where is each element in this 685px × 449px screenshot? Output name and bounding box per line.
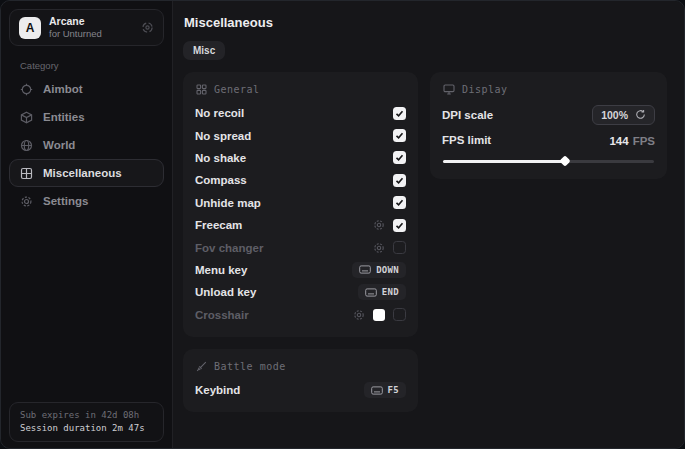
setting-row-no-spread[interactable]: No spread xyxy=(195,124,406,146)
keybind-button[interactable]: F5 xyxy=(364,382,406,398)
content: General No recoil No spread xyxy=(183,72,670,412)
setting-label: Unload key xyxy=(195,286,256,298)
dpi-value-badge[interactable]: 100% xyxy=(592,105,655,125)
fps-slider[interactable] xyxy=(443,156,654,166)
right-column: Display DPI scale 100% xyxy=(430,72,667,179)
setting-row-menu-key[interactable]: Menu key DOWN xyxy=(195,259,406,281)
checkbox[interactable] xyxy=(393,107,406,120)
checkbox[interactable] xyxy=(393,129,406,142)
display-card: Display DPI scale 100% xyxy=(430,72,667,179)
globe-icon xyxy=(20,139,33,152)
slider-fill xyxy=(443,160,565,163)
setting-row-freecam[interactable]: Freecam xyxy=(195,214,406,236)
sidebar-item-settings[interactable]: Settings xyxy=(9,187,164,215)
keyboard-icon xyxy=(365,288,377,297)
battle-mode-card: Battle mode Keybind F5 xyxy=(183,349,418,412)
subscription-info: Sub expires in 42d 08h Session duration … xyxy=(9,402,164,442)
sidebar-item-entities[interactable]: Entities xyxy=(9,103,164,131)
gear-icon[interactable] xyxy=(373,219,385,231)
page-title: Miscellaneous xyxy=(184,15,670,30)
keybind-value: DOWN xyxy=(376,265,399,275)
keybind-button[interactable]: DOWN xyxy=(352,262,406,278)
setting-label: Menu key xyxy=(195,264,247,276)
setting-label: No spread xyxy=(195,130,251,142)
setting-row-fov-changer[interactable]: Fov changer xyxy=(195,236,406,258)
display-card-header: Display xyxy=(443,84,655,95)
setting-row-battle-keybind[interactable]: Keybind F5 xyxy=(195,379,406,401)
crosshair-icon xyxy=(20,83,33,96)
sidebar-item-label: Settings xyxy=(43,195,88,207)
setting-label: Keybind xyxy=(195,384,240,396)
app-title: Arcane xyxy=(49,16,102,27)
sidebar-item-miscellaneous[interactable]: Miscellaneous xyxy=(9,159,164,187)
setting-label: Unhide map xyxy=(195,197,261,209)
general-card-title: General xyxy=(214,84,260,95)
color-swatch[interactable] xyxy=(373,309,385,321)
reset-icon[interactable] xyxy=(635,109,646,120)
sub-expires-text: Sub expires in 42d 08h xyxy=(20,408,153,422)
setting-row-compass[interactable]: Compass xyxy=(195,169,406,191)
keybind-button[interactable]: END xyxy=(358,284,406,300)
setting-row-unhide-map[interactable]: Unhide map xyxy=(195,192,406,214)
setting-label: Crosshair xyxy=(195,309,249,321)
setting-label: Compass xyxy=(195,174,247,186)
setting-row-crosshair[interactable]: Crosshair xyxy=(195,304,406,326)
setting-label: DPI scale xyxy=(442,109,493,121)
setting-row-dpi-scale: DPI scale 100% xyxy=(442,102,655,127)
setting-label: FPS limit xyxy=(442,134,491,146)
app-window: A Arcane for Unturned Category A xyxy=(0,0,685,449)
app-logo: A xyxy=(19,17,41,39)
sidebar-item-label: Aimbot xyxy=(43,83,83,95)
fps-value: 144 xyxy=(609,135,628,147)
gear-icon[interactable] xyxy=(373,242,385,254)
setting-row-unload-key[interactable]: Unload key END xyxy=(195,281,406,303)
sidebar-item-label: Miscellaneous xyxy=(43,167,122,179)
monitor-icon xyxy=(443,84,455,95)
checkbox[interactable] xyxy=(393,308,406,321)
dpi-value: 100% xyxy=(601,109,628,121)
battle-mode-card-header: Battle mode xyxy=(196,361,406,372)
logo-text: Arcane for Unturned xyxy=(49,16,102,39)
gear-icon xyxy=(20,195,33,208)
sync-icon[interactable] xyxy=(141,21,154,34)
left-column: General No recoil No spread xyxy=(183,72,418,412)
setting-label: Freecam xyxy=(195,219,242,231)
logo-card: A Arcane for Unturned xyxy=(9,9,164,46)
sword-icon xyxy=(196,361,207,372)
sidebar-item-label: World xyxy=(43,139,75,151)
sidebar-item-label: Entities xyxy=(43,111,85,123)
fps-unit: FPS xyxy=(633,135,655,147)
checkbox[interactable] xyxy=(393,219,406,232)
setting-label: No recoil xyxy=(195,107,244,119)
setting-label: No shake xyxy=(195,152,246,164)
general-grid-icon xyxy=(196,84,207,95)
tab-misc[interactable]: Misc xyxy=(183,41,225,60)
keyboard-icon xyxy=(371,386,383,395)
keybind-value: END xyxy=(382,287,399,297)
sidebar-item-aimbot[interactable]: Aimbot xyxy=(9,75,164,103)
category-label: Category xyxy=(20,60,164,71)
sidebar-item-world[interactable]: World xyxy=(9,131,164,159)
setting-row-no-shake[interactable]: No shake xyxy=(195,147,406,169)
slider-thumb[interactable] xyxy=(560,155,571,166)
setting-row-fps-limit: FPS limit 144FPS xyxy=(442,127,655,152)
display-card-title: Display xyxy=(462,84,508,95)
sidebar: A Arcane for Unturned Category A xyxy=(1,1,173,448)
keyboard-icon xyxy=(359,265,371,274)
app-subtitle: for Unturned xyxy=(49,28,102,39)
category-nav: Aimbot Entities World xyxy=(9,75,164,215)
gear-icon[interactable] xyxy=(353,309,365,321)
checkbox[interactable] xyxy=(393,174,406,187)
general-card: General No recoil No spread xyxy=(183,72,418,337)
checkbox[interactable] xyxy=(393,151,406,164)
session-duration-text: Session duration 2m 47s xyxy=(20,422,153,435)
cube-icon xyxy=(20,111,33,124)
grid-icon xyxy=(20,167,33,180)
general-card-header: General xyxy=(196,84,406,95)
keybind-value: F5 xyxy=(388,385,399,395)
setting-label: Fov changer xyxy=(195,242,263,254)
setting-row-no-recoil[interactable]: No recoil xyxy=(195,102,406,124)
checkbox[interactable] xyxy=(393,196,406,209)
main-panel: Miscellaneous Misc General xyxy=(173,1,684,448)
checkbox[interactable] xyxy=(393,241,406,254)
